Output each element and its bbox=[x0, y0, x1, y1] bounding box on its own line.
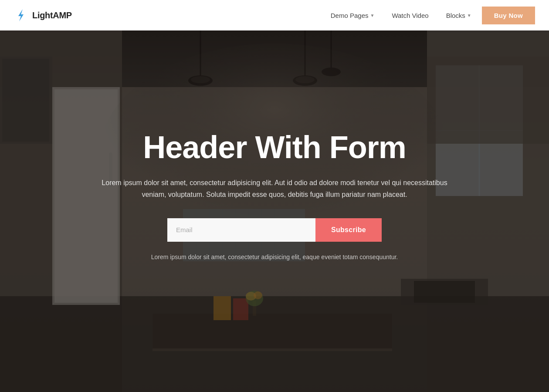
nav-demo-pages[interactable]: Demo Pages ▼ bbox=[324, 8, 382, 23]
hero-subtitle: Lorem ipsum dolor sit amet, consectetur … bbox=[96, 177, 453, 200]
hero-form: Subscribe bbox=[96, 218, 453, 242]
nav-watch-video[interactable]: Watch Video bbox=[385, 8, 435, 23]
chevron-down-icon: ▼ bbox=[370, 13, 375, 18]
email-input[interactable] bbox=[167, 218, 315, 242]
nav-watch-video-label: Watch Video bbox=[392, 12, 428, 19]
subscribe-button[interactable]: Subscribe bbox=[315, 218, 382, 242]
buy-now-button[interactable]: Buy Now bbox=[482, 7, 535, 24]
navbar: LightAMP Demo Pages ▼ Watch Video Blocks… bbox=[0, 0, 549, 30]
nav-blocks-label: Blocks bbox=[446, 12, 465, 19]
svg-marker-0 bbox=[18, 9, 24, 21]
chevron-down-icon-2: ▼ bbox=[467, 13, 471, 18]
brand: LightAMP bbox=[14, 8, 72, 22]
hero-content: Header With Form Lorem ipsum dolor sit a… bbox=[78, 130, 471, 262]
nav-links: Demo Pages ▼ Watch Video Blocks ▼ Buy No… bbox=[324, 7, 535, 24]
hero-caption: Lorem ipsum dolor sit amet, consectetur … bbox=[135, 252, 414, 262]
hero-section: Header With Form Lorem ipsum dolor sit a… bbox=[0, 0, 549, 392]
nav-demo-pages-label: Demo Pages bbox=[331, 12, 369, 19]
brand-name: LightAMP bbox=[32, 10, 72, 20]
nav-blocks[interactable]: Blocks ▼ bbox=[439, 8, 478, 23]
hero-title: Header With Form bbox=[96, 130, 453, 165]
logo-icon bbox=[14, 8, 28, 22]
